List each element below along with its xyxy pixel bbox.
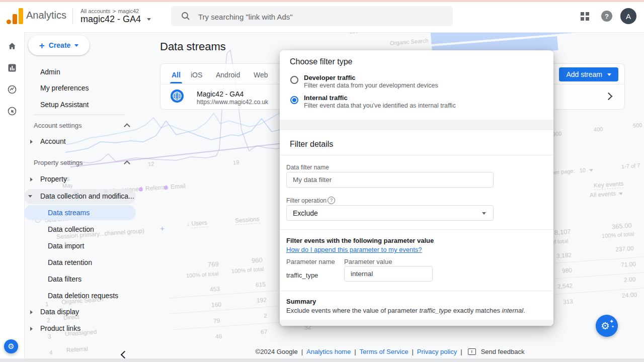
footer-link-terms[interactable]: Terms of Service <box>360 348 409 355</box>
section-property-settings[interactable]: Property settings <box>34 159 83 166</box>
stream-name: Magic42 - GA4 <box>197 90 244 98</box>
help-icon[interactable]: ? <box>328 197 335 204</box>
ghost-row-num: 3 <box>48 333 52 340</box>
ghost-plus-icon: + <box>159 224 165 233</box>
filter-dialog: Choose filter type Developer traffic Fil… <box>280 50 553 326</box>
sidebar-item-property[interactable]: Property <box>40 175 67 183</box>
sidebar-item-data-collection[interactable]: Data collection <box>48 225 94 233</box>
sidebar-item-setup-assistant[interactable]: Setup Assistant <box>40 101 89 109</box>
explore-icon[interactable] <box>7 84 17 95</box>
send-feedback[interactable]: Send feedback <box>481 348 525 355</box>
tab-android[interactable]: Android <box>216 71 240 79</box>
filter-operation-select[interactable]: Exclude <box>286 205 494 221</box>
ghost-total: 8,107 <box>554 228 572 236</box>
home-icon[interactable] <box>7 41 17 51</box>
data-filter-name-input[interactable] <box>287 172 493 187</box>
ghost-x-tick: 19 <box>233 159 239 166</box>
add-stream-label: Add stream <box>566 70 602 78</box>
radio-internal-traffic-label[interactable]: Internal traffic <box>304 94 348 102</box>
sidebar-item-admin[interactable]: Admin <box>40 68 60 76</box>
ghost-x-tick: 12 <box>148 161 154 167</box>
sidebar-item-product-links[interactable]: Product links <box>40 324 80 332</box>
chevron-expanded-icon[interactable] <box>28 195 32 198</box>
sidebar-item-data-streams[interactable]: Data streams <box>48 209 90 217</box>
radio-developer-traffic[interactable] <box>290 76 298 84</box>
radio-developer-traffic-desc: Filter event data from your development … <box>304 82 438 89</box>
top-accent-strip <box>0 0 644 2</box>
analytics-logo-icon[interactable] <box>7 8 24 24</box>
ghost-cell: 24.00 <box>622 291 637 299</box>
grid-apps-icon[interactable] <box>581 12 589 21</box>
create-button[interactable]: + Create <box>28 35 90 55</box>
search-bar[interactable] <box>171 6 453 26</box>
breadcrumb-current[interactable]: magic42 <box>118 8 139 14</box>
filter-operation-value: Exclude <box>293 209 318 217</box>
ghost-cell: 79 <box>213 317 220 325</box>
ghost-sessions-pct: 100% of total <box>231 266 264 274</box>
ghost-scale: 400 <box>594 126 603 132</box>
tab-web[interactable]: Web <box>254 71 268 79</box>
ghost-row-num: 2 <box>47 317 51 324</box>
param-value-input[interactable] <box>345 266 432 281</box>
ghost-channel: Referral <box>66 345 89 354</box>
radio-internal-traffic[interactable] <box>290 96 298 104</box>
sidebar-item-account[interactable]: Account <box>40 137 66 145</box>
filter-operation-label: Filter operation? <box>286 197 335 204</box>
chevron-right-icon[interactable] <box>30 310 33 314</box>
sidebar-item-data-deletion-requests[interactable]: Data deletion requests <box>48 292 118 300</box>
chevron-right-icon[interactable] <box>605 93 613 101</box>
ghost-cell: 2 <box>264 312 268 319</box>
param-name-header: Parameter name <box>286 258 335 265</box>
ghost-cell: 237.00 <box>615 245 634 253</box>
gear-icon: ⚙ <box>8 342 14 351</box>
help-icon[interactable]: ? <box>601 11 612 22</box>
sidebar-divider <box>34 115 125 115</box>
ghost-cell: 160 <box>211 301 222 308</box>
advertising-icon[interactable] <box>7 106 17 116</box>
search-input[interactable] <box>197 6 441 27</box>
admin-gear-fab[interactable]: ⚙ <box>4 339 18 353</box>
summary-text: Exclude events where the value of parame… <box>286 307 525 314</box>
ghost-cell: 67 <box>261 328 268 336</box>
footer-link-privacy[interactable]: Privacy policy <box>417 348 457 355</box>
ghost-legend-item: Referral <box>139 184 168 193</box>
tab-all[interactable]: All <box>172 71 181 79</box>
feedback-icon: ! <box>468 348 476 355</box>
param-value-field[interactable] <box>344 266 433 282</box>
ghost-cell: 192 <box>257 296 267 304</box>
param-help-link[interactable]: How do I append this parameter to my eve… <box>286 246 422 253</box>
property-selector-label[interactable]: magic42 - GA4 <box>80 14 141 24</box>
chevron-right-icon[interactable] <box>30 327 33 331</box>
ghost-row-num: 1 <box>45 301 49 308</box>
sidebar-item-data-import[interactable]: Data import <box>48 242 84 250</box>
reports-icon[interactable] <box>7 63 17 73</box>
chevron-down-icon <box>607 73 611 76</box>
sidebar-item-data-retention[interactable]: Data retention <box>48 258 92 266</box>
horizontal-scrollbar[interactable] <box>0 358 644 362</box>
sidebar-item-my-preferences[interactable]: My preferences <box>40 84 89 92</box>
ghost-total-pct: of total <box>551 238 569 245</box>
ghost-cell: 2,542 <box>557 282 573 290</box>
avatar[interactable]: A <box>620 8 636 24</box>
tab-ios[interactable]: iOS <box>191 71 202 79</box>
param-value-header: Parameter value <box>344 258 392 265</box>
sidebar-item-data-collection-modification[interactable]: Data collection and modifica... <box>40 192 134 200</box>
data-filter-name-field[interactable] <box>286 172 494 188</box>
chevron-right-icon[interactable] <box>30 140 33 144</box>
sidebar-item-data-filters[interactable]: Data filters <box>48 275 82 283</box>
property-selector[interactable]: magic42 - GA4 <box>80 14 151 25</box>
breadcrumb-root[interactable]: All accounts <box>80 8 110 14</box>
divider <box>280 229 553 230</box>
product-name: Analytics <box>26 10 66 21</box>
chevron-down-icon <box>147 18 151 21</box>
chevron-right-icon[interactable] <box>30 177 33 182</box>
sidebar-item-data-display[interactable]: Data display <box>40 308 79 316</box>
section-account-settings[interactable]: Account settings <box>34 122 82 129</box>
ghost-x-tick: May <box>62 182 73 189</box>
create-button-label: Create <box>49 41 71 49</box>
footer-link-analytics-home[interactable]: Analytics home <box>306 348 351 355</box>
footer: ©2024 Google | Analytics home | Terms of… <box>136 348 644 355</box>
settings-assistant-fab[interactable]: ⚙ ✦ ✦ <box>596 315 618 337</box>
radio-developer-traffic-label[interactable]: Developer traffic <box>304 74 356 81</box>
add-stream-button[interactable]: Add stream <box>559 67 618 81</box>
